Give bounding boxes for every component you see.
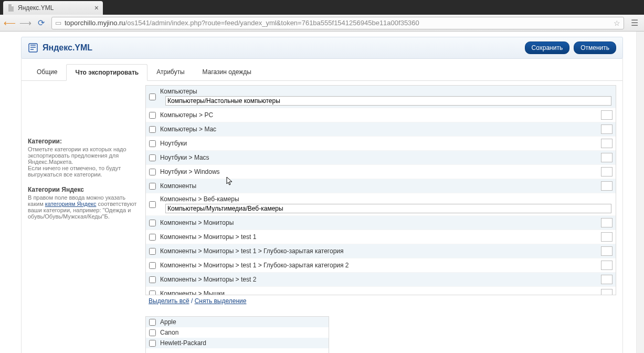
category-checkbox[interactable] bbox=[149, 154, 156, 161]
category-mapping-input[interactable] bbox=[601, 139, 613, 148]
url-host: toporchillo.myjino.ru bbox=[65, 19, 125, 27]
cancel-button[interactable]: Отменить bbox=[574, 41, 616, 54]
category-mapping-input[interactable] bbox=[601, 167, 613, 176]
browser-toolbar: ⟵ ⟶ ⟳ ▭ toporchillo.myjino.ru/os1541/adm… bbox=[0, 15, 644, 32]
category-mapping-input[interactable] bbox=[601, 218, 613, 227]
page-title: Яндекс.YML bbox=[43, 43, 92, 53]
manufacturer-row: Hewlett-Packard bbox=[146, 338, 329, 348]
category-row: Компьютеры > PC bbox=[146, 108, 616, 122]
category-label: Компоненты bbox=[160, 182, 597, 190]
category-label: Компьютеры bbox=[160, 88, 613, 95]
category-label: Компоненты > Мониторы bbox=[160, 219, 597, 226]
category-label: Компоненты > Мониторы > test 2 bbox=[160, 276, 597, 283]
category-checkbox[interactable] bbox=[149, 290, 156, 296]
category-label: Компоненты > Мониторы > test 1 > Глубоко… bbox=[160, 262, 597, 269]
category-mapping-input[interactable] bbox=[601, 289, 613, 295]
category-mapping-input[interactable] bbox=[165, 96, 611, 106]
globe-icon: ▭ bbox=[55, 19, 61, 27]
category-mapping-input[interactable] bbox=[601, 232, 613, 242]
category-mapping-input[interactable] bbox=[601, 246, 613, 256]
manufacturer-row: Canon bbox=[146, 327, 329, 338]
category-label: Компоненты > Веб-камеры bbox=[160, 195, 613, 203]
manufacturers-scrollbox[interactable]: AppleCanonHewlett-Packard bbox=[145, 316, 329, 353]
feed-icon bbox=[28, 43, 38, 53]
category-row: Ноутбуки > Windows bbox=[146, 165, 616, 179]
category-row: Компоненты > Мониторы bbox=[146, 216, 616, 230]
category-row: Ноутбуки bbox=[146, 137, 616, 151]
category-mapping-input[interactable] bbox=[601, 124, 613, 134]
manufacturer-checkbox[interactable] bbox=[149, 329, 156, 336]
tabs: ОбщиеЧто экспортироватьАтрибутыМагазин о… bbox=[22, 64, 622, 81]
category-mapping-input[interactable] bbox=[601, 275, 613, 284]
select-all-link[interactable]: Выделить всё bbox=[149, 297, 189, 305]
category-checkbox[interactable] bbox=[149, 262, 156, 269]
category-checkbox[interactable] bbox=[149, 112, 156, 119]
category-checkbox[interactable] bbox=[149, 201, 156, 208]
category-mapping-input[interactable] bbox=[165, 204, 611, 213]
selection-links: Выделить всё / Снять выделение bbox=[145, 295, 616, 307]
category-row: Компоненты > Мониторы > test 1 > Глубоко… bbox=[146, 258, 616, 273]
browser-tabbar: Яндекс.YML × bbox=[0, 0, 644, 15]
category-checkbox[interactable] bbox=[149, 248, 156, 255]
categories-scrollbox[interactable]: КомпьютерыКомпьютеры > PCКомпьютеры > Ma… bbox=[145, 85, 616, 295]
category-checkbox[interactable] bbox=[149, 94, 156, 100]
category-row: Компоненты > Веб-камеры bbox=[146, 193, 616, 216]
manufacturer-checkbox[interactable] bbox=[149, 340, 156, 347]
category-checkbox[interactable] bbox=[149, 220, 156, 226]
browser-tab-title: Яндекс.YML bbox=[18, 4, 54, 12]
menu-icon[interactable]: ☰ bbox=[629, 18, 640, 28]
save-button[interactable]: Сохранить bbox=[525, 41, 570, 54]
reload-icon[interactable]: ⟳ bbox=[36, 18, 46, 28]
manufacturer-label: Canon bbox=[160, 329, 178, 336]
category-checkbox[interactable] bbox=[149, 126, 156, 133]
manufacturer-checkbox[interactable] bbox=[149, 319, 156, 326]
category-checkbox[interactable] bbox=[149, 140, 156, 147]
categories-heading: Категории: bbox=[28, 138, 138, 145]
category-row: Компьютеры bbox=[146, 86, 616, 108]
category-label: Ноутбуки > Windows bbox=[160, 168, 597, 175]
category-row: Компоненты > Мониторы > test 1 > Глубоко… bbox=[146, 244, 616, 258]
category-row: Компоненты > Мышки bbox=[146, 287, 616, 295]
close-icon[interactable]: × bbox=[94, 4, 99, 12]
category-checkbox[interactable] bbox=[149, 169, 156, 175]
categories-help: Отметьте категории из которых надо экспо… bbox=[28, 146, 138, 178]
category-row: Компоненты bbox=[146, 179, 616, 193]
category-checkbox[interactable] bbox=[149, 183, 156, 190]
category-label: Компьютеры > Mac bbox=[160, 126, 597, 133]
yandex-categories-link[interactable]: категориям Яндекс bbox=[45, 201, 97, 207]
category-mapping-input[interactable] bbox=[601, 110, 613, 120]
category-row: Компоненты > Мониторы > test 1 bbox=[146, 230, 616, 244]
tab-1[interactable]: Что экспортировать bbox=[66, 64, 147, 81]
deselect-all-link[interactable]: Снять выделение bbox=[195, 297, 247, 305]
category-checkbox[interactable] bbox=[149, 234, 156, 241]
file-icon bbox=[7, 4, 15, 12]
back-icon[interactable]: ⟵ bbox=[4, 18, 15, 28]
browser-tab[interactable]: Яндекс.YML × bbox=[3, 1, 103, 15]
category-row: Компоненты > Мониторы > test 2 bbox=[146, 273, 616, 287]
category-row: Компьютеры > Mac bbox=[146, 122, 616, 137]
category-label: Компьютеры > PC bbox=[160, 111, 597, 119]
category-label: Ноутбуки > Macs bbox=[160, 154, 597, 161]
tab-3[interactable]: Магазин одежды bbox=[194, 64, 260, 80]
yandex-categories-help: В правом поле ввода можно указать каким … bbox=[28, 194, 138, 220]
page-scrollbar[interactable] bbox=[636, 32, 644, 353]
yandex-categories-heading: Категории Яндекс bbox=[28, 186, 138, 193]
category-mapping-input[interactable] bbox=[601, 153, 613, 162]
tab-2[interactable]: Атрибуты bbox=[147, 64, 193, 80]
manufacturer-label: Hewlett-Packard bbox=[160, 339, 206, 347]
manufacturer-label: Apple bbox=[160, 318, 176, 326]
category-label: Ноутбуки bbox=[160, 140, 597, 147]
category-label: Компоненты > Мониторы > test 1 bbox=[160, 233, 597, 241]
page-header: Яндекс.YML Сохранить Отменить bbox=[21, 37, 623, 59]
category-mapping-input[interactable] bbox=[601, 261, 613, 270]
category-label: Компоненты > Мышки bbox=[160, 290, 597, 295]
manufacturer-row: Apple bbox=[146, 317, 329, 327]
tab-0[interactable]: Общие bbox=[28, 64, 66, 80]
address-bar[interactable]: ▭ toporchillo.myjino.ru/os1541/admin/ind… bbox=[51, 17, 624, 29]
forward-icon[interactable]: ⟶ bbox=[20, 18, 30, 28]
category-row: Ноутбуки > Macs bbox=[146, 151, 616, 165]
url-path: /os1541/admin/index.php?route=feed/yande… bbox=[125, 19, 419, 27]
bookmark-icon[interactable]: ☆ bbox=[614, 19, 620, 27]
category-checkbox[interactable] bbox=[149, 276, 156, 283]
category-mapping-input[interactable] bbox=[601, 181, 613, 191]
